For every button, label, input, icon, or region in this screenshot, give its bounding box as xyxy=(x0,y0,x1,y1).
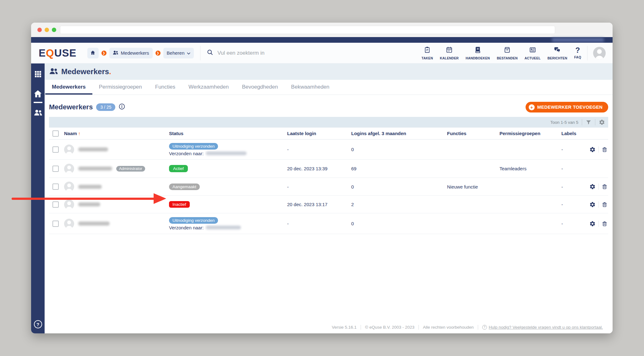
labels-value: - xyxy=(561,184,587,189)
window-controls xyxy=(37,28,56,32)
global-search[interactable]: Vul een zoekterm in xyxy=(207,49,265,57)
status-badge-inactief: Inactief xyxy=(169,201,190,208)
tab-bekwaamheden[interactable]: Bekwaamheden xyxy=(285,80,336,95)
sidebar-home-icon[interactable] xyxy=(34,89,42,98)
footer-copyright: © eQuse B.V. 2003 - 2023 xyxy=(361,325,418,330)
column-permissiegroepen[interactable]: Permissiegroepen xyxy=(499,131,561,136)
row-checkbox[interactable] xyxy=(52,166,59,172)
table-row[interactable]: Uitnodiging verzonden Verzonden naar: - … xyxy=(49,140,608,160)
minimize-window-button[interactable] xyxy=(45,28,49,32)
sort-asc-icon: ↑ xyxy=(78,131,81,136)
tab-functies[interactable]: Functies xyxy=(149,80,182,95)
row-checkbox[interactable] xyxy=(52,201,59,208)
tab-bevoegdheden[interactable]: Bevoegdheden xyxy=(235,80,284,95)
page-title-bar: Medewerkers. xyxy=(45,63,613,80)
logins-value: 0 xyxy=(351,184,447,189)
top-account-strip xyxy=(31,37,613,43)
logins-value: 2 xyxy=(351,202,447,207)
tab-werkzaamheden[interactable]: Werkzaamheden xyxy=(182,80,235,95)
users-icon xyxy=(113,50,118,56)
delete-trash-icon[interactable] xyxy=(602,183,608,190)
chevron-down-icon xyxy=(187,50,190,56)
row-settings-gear-icon[interactable] xyxy=(589,183,596,190)
info-icon[interactable] xyxy=(119,103,125,111)
redacted-name xyxy=(78,222,110,226)
sidebar: ? xyxy=(31,63,45,333)
permissiegroepen-value: Teamleaders xyxy=(499,166,561,171)
address-bar[interactable] xyxy=(60,26,555,34)
row-settings-gear-icon[interactable] xyxy=(589,221,596,227)
last-login-value: 20 dec. 2023 13:39 xyxy=(287,166,351,171)
newspaper-icon xyxy=(529,46,536,55)
sidebar-help-button[interactable]: ? xyxy=(34,320,42,328)
breadcrumb-medewerkers[interactable]: Medewerkers xyxy=(109,48,153,58)
labels-value: - xyxy=(561,166,587,171)
column-logins[interactable]: Logins afgel. 3 maanden xyxy=(351,131,447,136)
footer-help-link[interactable]: Hulp nodig? Veelgestelde vragen vindt u … xyxy=(489,325,603,330)
breadcrumb-beheren-dropdown[interactable]: Beheren xyxy=(163,48,194,58)
pagination-text: Toon 1-5 van 5 xyxy=(550,120,578,125)
sidebar-apps-grid-icon[interactable] xyxy=(34,70,42,79)
nav-berichten[interactable]: BERICHTEN xyxy=(544,43,571,63)
delete-trash-icon[interactable] xyxy=(602,146,608,153)
tab-permissiegroepen[interactable]: Permissiegroepen xyxy=(92,80,149,95)
row-checkbox[interactable] xyxy=(52,221,59,227)
delete-trash-icon[interactable] xyxy=(602,201,608,208)
nav-taken[interactable]: TAKEN xyxy=(418,43,436,63)
breadcrumb-medewerkers-label: Medewerkers xyxy=(121,50,149,56)
row-settings-gear-icon[interactable] xyxy=(589,146,596,153)
footer-version: Versie 5.16.1 xyxy=(328,325,361,330)
main-area: Medewerkers. Medewerkers Permissiegroepe… xyxy=(45,63,613,333)
last-login-value: - xyxy=(287,221,351,226)
row-checkbox[interactable] xyxy=(52,146,59,153)
logins-value: 0 xyxy=(351,147,447,152)
book-icon xyxy=(474,46,481,55)
breadcrumb-home[interactable] xyxy=(87,48,99,58)
home-icon xyxy=(90,50,96,56)
header-nav: TAKEN KALENDER HANDBOEKEN BESTANDEN xyxy=(418,43,613,63)
column-naam[interactable]: Naam↑ xyxy=(62,131,169,136)
select-all-checkbox[interactable] xyxy=(52,130,59,137)
sidebar-users-icon[interactable] xyxy=(34,108,42,117)
table-row[interactable]: Inactief 20 dec. 2023 13:17 2 - xyxy=(49,196,608,213)
plus-icon: + xyxy=(529,104,535,110)
breadcrumb: ❯ Medewerkers ❯ Beheren xyxy=(87,48,194,58)
logins-value: 69 xyxy=(351,166,447,171)
nav-faq[interactable]: ? FAQ xyxy=(571,43,585,63)
table-row[interactable]: Aangemaakt - 0 Nieuwe functie - xyxy=(49,178,608,196)
equse-logo[interactable]: EQUSE xyxy=(39,47,77,59)
table-row[interactable]: Uitnodiging verzonden Verzonden naar: - … xyxy=(49,213,608,234)
labels-value: - xyxy=(561,202,587,207)
column-functies[interactable]: Functies xyxy=(447,131,499,136)
table-settings-gear-icon[interactable] xyxy=(599,119,605,125)
column-labels[interactable]: Labels xyxy=(561,131,587,136)
avatar xyxy=(64,219,74,229)
column-status[interactable]: Status xyxy=(169,131,287,136)
row-checkbox[interactable] xyxy=(52,183,59,190)
user-avatar[interactable] xyxy=(593,47,606,59)
calendar-icon xyxy=(446,46,453,55)
tab-medewerkers[interactable]: Medewerkers xyxy=(45,80,92,95)
section-title: Medewerkers xyxy=(49,103,93,111)
chat-icon xyxy=(554,46,561,55)
avatar xyxy=(64,182,74,192)
nav-actueel[interactable]: ACTUEEL xyxy=(521,43,544,63)
search-input[interactable]: Vul een zoekterm in xyxy=(217,50,265,56)
table-row[interactable]: Administrator Actief 20 dec. 2023 13:39 … xyxy=(49,160,608,178)
redacted-email xyxy=(206,151,247,155)
nav-kalender[interactable]: KALENDER xyxy=(436,43,462,63)
redacted-name xyxy=(78,202,100,206)
delete-trash-icon[interactable] xyxy=(602,221,608,227)
row-settings-gear-icon[interactable] xyxy=(589,201,596,208)
maximize-window-button[interactable] xyxy=(52,28,56,32)
nav-handboeken[interactable]: HANDBOEKEN xyxy=(462,43,493,63)
functies-value: Nieuwe functie xyxy=(447,184,499,189)
page-title: Medewerkers. xyxy=(61,67,111,76)
clipboard-icon xyxy=(424,46,431,55)
column-laatste-login[interactable]: Laatste login xyxy=(287,131,351,136)
filter-icon[interactable] xyxy=(586,119,592,125)
archive-icon xyxy=(504,46,511,55)
add-employee-button[interactable]: + MEDEWERKER TOEVOEGEN xyxy=(526,102,608,112)
nav-bestanden[interactable]: BESTANDEN xyxy=(493,43,521,63)
close-window-button[interactable] xyxy=(37,28,42,32)
